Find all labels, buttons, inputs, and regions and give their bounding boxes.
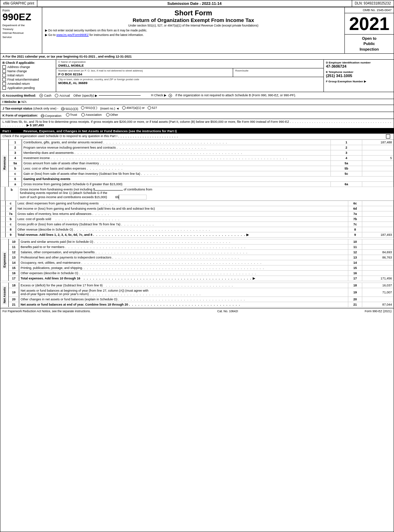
table-row: 16 Other expenses (describe in Schedule … [1,271,394,276]
revenue-table-2: c Less: direct expenses from gaming and … [0,201,394,238]
table-row: 19 Net assets or fund balances at beginn… [1,288,394,297]
form-number: 990EZ [2,12,40,22]
telephone-value: (251) 341-1005 [326,74,392,78]
table-row: c Less: direct expenses from gaming and … [1,201,394,206]
table-row: Net Assets 18 Excess or (deficit) for th… [1,283,394,288]
application-pending-label: Application pending [7,86,35,90]
initial-return-checkbox[interactable] [2,74,6,77]
check-amended-return[interactable]: Amended return [2,82,54,85]
table-row: 12 Salaries, other compensation, and emp… [1,250,394,255]
cash-label: Cash [44,94,51,97]
part1-checkbox[interactable] [386,134,390,138]
org-city-label: City or town, state or province, country… [58,78,321,81]
form-org-row: K Form of organization: ● Corporation Tr… [0,112,394,119]
accounting-label: G Accounting Method: [2,94,36,97]
table-row: b Less: cost or other basis and sales ex… [1,166,394,171]
table-row-total: 21 Net assets or fund balances at end of… [1,302,394,307]
final-return-label: Final return/terminated [7,78,39,81]
dept-info: Department of the Treasury Internal Reve… [2,23,40,39]
under-section: Under section 501(c), 527, or 4947(a)(1)… [45,24,342,27]
website-row: I Website: ▶ N/A [0,99,394,105]
notice-line: ▶ Do not enter social security numbers o… [45,29,342,32]
group-exemption-label: F Group Exemption Number ▶ [326,80,392,83]
h-check-section: H Check ▶ if the organization is not req… [151,93,296,97]
table-row: 6 Gaming and fundraising events [1,177,394,182]
table-row: 14 Occupancy, rent, utilities, and maint… [1,260,394,265]
part1-header: Part I Revenue, Expenses, and Changes in… [0,128,394,134]
org-city-value: MOBILE, AL 36689 [58,81,321,85]
section-a: A For the 2021 calendar year, or tax yea… [0,54,394,60]
table-row: a Gross income from gaming (attach Sched… [1,182,394,187]
telephone-label: E Telephone number [326,70,392,74]
net-assets-table: Net Assets 18 Excess or (deficit) for th… [0,283,394,307]
check-address-change[interactable]: Address change [2,65,54,69]
org-room-label: Room/suite [235,69,321,72]
tax-year: 2021 [345,13,394,35]
accrual-radio-circle[interactable] [55,94,58,97]
row-linelabel-1: 1 [331,140,362,145]
dln-number: DLN: 93492318025232 [352,0,394,7]
form-title: Short Form [45,9,342,17]
table-row: Revenue 1 Contributions, gifts, grants, … [1,140,394,145]
table-row: d Net income or (loss) from gaming and f… [1,206,394,211]
table-row: 11 Benefits paid to or for members . . .… [1,245,394,250]
initial-return-label: Initial return [7,74,24,77]
table-row: 13 Professional fees and other payments … [1,255,394,260]
omb-number: OMB No. 1545-0047 [345,7,394,13]
table-row: 8 Other revenue (describe in Schedule O)… [1,227,394,232]
footer-bar: For Paperwork Reduction Act Notice, see … [0,308,394,314]
check-application-pending[interactable]: Application pending [2,86,54,90]
check-name-change[interactable]: Name change [2,69,54,73]
row-num-1: 1 [9,140,22,145]
row-value-1: 187,488 [362,140,394,145]
final-return-checkbox[interactable] [2,78,6,81]
cash-radio-circle[interactable] [39,94,43,97]
application-pending-checkbox[interactable] [2,86,6,90]
part1-check-line: Check if the organization used Schedule … [0,134,394,140]
table-row: 7a Gross sales of inventory, less return… [1,211,394,217]
table-row: 20 Other changes in net assets or fund b… [1,297,394,302]
table-row: 15 Printing, publications, postage, and … [1,265,394,271]
check-applicable-label: B Check if applicable: [2,61,54,65]
table-row: 4 Investment income . . . . . . . . . . … [1,156,394,161]
efile-label: efile GRAPHIC print [0,0,37,7]
org-address-value: P O BOX 82154 [58,72,231,76]
table-row: 3 Membership dues and assessments . . . … [1,150,394,156]
check-initial-return[interactable]: Initial return [2,74,54,77]
org-name-label: C Name of organization [58,60,321,63]
org-name-value: DWELL MOBILE [58,63,321,67]
revenue-table: Revenue 1 Contributions, gifts, grants, … [0,140,394,187]
submission-date: Submission Date - 2022-11-14 [37,0,352,7]
expenses-section-label: Expenses [2,252,7,269]
cat-number: Cat. No. 10642I [217,309,238,313]
name-change-checkbox[interactable] [2,69,6,73]
name-change-label: Name change [7,69,27,73]
row-desc-1: Contributions, gifts, grants, and simila… [22,140,331,145]
table-row: 5a Gross amount from sale of assets othe… [1,161,394,166]
org-address-label: Number and street (or P. O. box, if mail… [58,69,231,72]
other-label: Other (specify) ▶ [73,94,97,97]
amended-return-checkbox[interactable] [2,82,6,85]
goto-line: ▶ Go to www.irs.gov/Form990EZ for instru… [45,33,342,37]
table-row: Expenses 10 Grants and similar amounts p… [1,239,394,245]
table-row: c Gross profit or (loss) from sales of i… [1,222,394,227]
check-final-return[interactable]: Final return/terminated [2,78,54,81]
accrual-radio[interactable]: Accrual [55,94,70,97]
tax-exempt-row: J Tax-exempt status (check only one) - ●… [0,105,394,112]
expenses-table: Expenses 10 Grants and similar amounts p… [0,239,394,281]
table-row-total: 17 Total expenses. Add lines 10 through … [1,276,394,281]
form-subtitle: Return of Organization Exempt From Incom… [45,17,342,23]
employer-id-value: 47-3606724 [326,64,392,68]
address-change-checkbox[interactable] [2,65,6,69]
table-row: b Less: cost of goods sold . . . . . . .… [1,217,394,222]
paperwork-label: For Paperwork Reduction Act Notice, see … [2,309,91,313]
add-lines-row: L Add lines 5b, 6c, and 7b to line 9 to … [0,119,394,128]
cash-radio[interactable]: Cash [39,94,51,97]
table-row: c Gain or (loss) from sale of assets oth… [1,171,394,177]
table-row: 2 Program service revenue including gove… [1,145,394,150]
table-row-total: 9 Total revenue. Add lines 1, 2, 3, 4, 5… [1,232,394,238]
net-assets-section-label: Net Assets [2,286,7,305]
revenue-section-label: Revenue [2,155,7,171]
form-ref: Form 990-EZ (2021) [365,309,392,313]
address-change-label: Address change [7,65,30,69]
